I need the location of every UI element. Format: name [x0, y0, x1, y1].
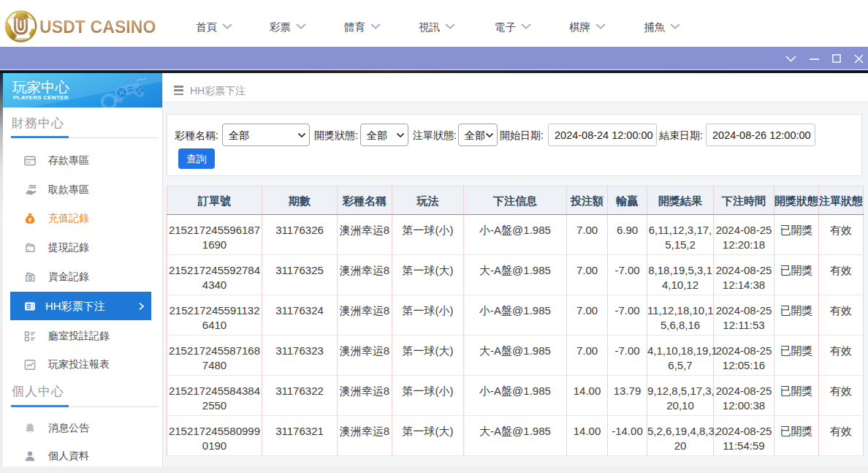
svg-text:CASINO: CASINO [14, 38, 28, 42]
